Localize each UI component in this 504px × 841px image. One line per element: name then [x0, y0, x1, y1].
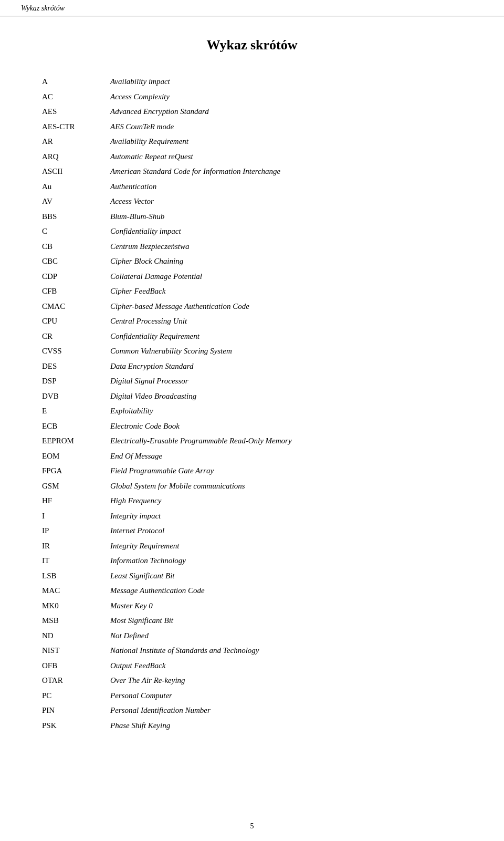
acronym-definition: Master Key 0	[110, 598, 462, 614]
acronym-definition: Digital Video Broadcasting	[110, 389, 462, 404]
acronym-definition: Field Programmable Gate Array	[110, 463, 462, 479]
header-title: Wykaz skrótów	[21, 4, 65, 13]
acronym-definition: Electrically-Erasable Programmable Read-…	[110, 433, 462, 449]
acronym-definition: Over The Air Re-keying	[110, 673, 462, 688]
list-item: HFHigh Frequency	[42, 493, 462, 508]
acronym-definition: Common Vulnerability Scoring System	[110, 344, 462, 359]
acronym-abbr: HF	[42, 493, 110, 508]
acronym-definition: Confidentiality Requirement	[110, 329, 462, 344]
list-item: EExploitability	[42, 403, 462, 419]
acronym-definition: Digital Signal Processor	[110, 373, 462, 389]
list-item: CConfidentiality impact	[42, 224, 462, 239]
acronym-definition: Least Significant Bit	[110, 568, 462, 584]
acronym-abbr: CMAC	[42, 299, 110, 314]
acronym-abbr: EEPROM	[42, 433, 110, 449]
list-item: DSPDigital Signal Processor	[42, 373, 462, 389]
acronym-definition: Access Complexity	[110, 89, 462, 105]
page-footer: 5	[0, 822, 504, 830]
acronym-definition: Integrity Requirement	[110, 538, 462, 554]
acronym-definition: Electronic Code Book	[110, 419, 462, 434]
acronym-definition: End Of Message	[110, 449, 462, 464]
acronym-abbr: I	[42, 508, 110, 524]
acronym-abbr: AES-CTR	[42, 119, 110, 134]
list-item: IIntegrity impact	[42, 508, 462, 524]
acronym-definition: Advanced Encryption Standard	[110, 104, 462, 119]
list-item: ARQAutomatic Repeat reQuest	[42, 149, 462, 164]
list-item: PCPersonal Computer	[42, 688, 462, 703]
acronym-definition: Personal Computer	[110, 688, 462, 703]
acronym-definition: Message Authentication Code	[110, 583, 462, 598]
list-item: CDPCollateral Damage Potential	[42, 269, 462, 284]
list-item: EOMEnd Of Message	[42, 449, 462, 464]
acronym-definition: Collateral Damage Potential	[110, 269, 462, 284]
acronym-definition: Exploitability	[110, 403, 462, 419]
acronym-definition: Confidentiality impact	[110, 224, 462, 239]
acronym-definition: Most Significant Bit	[110, 613, 462, 628]
acronym-definition: Availability Requirement	[110, 134, 462, 149]
list-item: CBCCipher Block Chaining	[42, 254, 462, 269]
list-item: DVBDigital Video Broadcasting	[42, 389, 462, 404]
acronym-definition: Integrity impact	[110, 508, 462, 524]
acronym-abbr: EOM	[42, 449, 110, 464]
list-item: AuAuthentication	[42, 179, 462, 194]
list-item: ACAccess Complexity	[42, 89, 462, 105]
acronym-abbr: CPU	[42, 314, 110, 329]
acronym-definition: American Standard Code for Information I…	[110, 164, 462, 179]
list-item: CPUCentral Processing Unit	[42, 314, 462, 329]
list-item: CBCentrum Bezpieczeństwa	[42, 239, 462, 254]
list-item: CRConfidentiality Requirement	[42, 329, 462, 344]
list-item: PINPersonal Identification Number	[42, 703, 462, 718]
acronym-definition: Internet Protocol	[110, 523, 462, 538]
acronym-definition: Output FeedBack	[110, 658, 462, 673]
acronym-abbr: Au	[42, 179, 110, 194]
acronym-definition: Access Vector	[110, 194, 462, 209]
list-item: OTAROver The Air Re-keying	[42, 673, 462, 688]
list-item: CFBCipher FeedBack	[42, 284, 462, 299]
acronym-abbr: CB	[42, 239, 110, 254]
acronym-abbr: OTAR	[42, 673, 110, 688]
acronym-definition: Cipher-based Message Authentication Code	[110, 299, 462, 314]
list-item: LSBLeast Significant Bit	[42, 568, 462, 584]
list-item: IPInternet Protocol	[42, 523, 462, 538]
acronym-abbr: A	[42, 74, 110, 89]
list-item: ASCIIAmerican Standard Code for Informat…	[42, 164, 462, 179]
acronym-abbr: C	[42, 224, 110, 239]
acronym-table: AAvailability impactACAccess ComplexityA…	[42, 74, 462, 733]
acronym-abbr: ASCII	[42, 164, 110, 179]
acronym-abbr: CVSS	[42, 344, 110, 359]
acronym-definition: Centrum Bezpieczeństwa	[110, 239, 462, 254]
page-header: Wykaz skrótów	[0, 0, 504, 16]
acronym-abbr: CDP	[42, 269, 110, 284]
acronym-abbr: E	[42, 403, 110, 419]
list-item: ARAvailability Requirement	[42, 134, 462, 149]
list-item: DESData Encryption Standard	[42, 359, 462, 374]
acronym-abbr: NIST	[42, 643, 110, 658]
acronym-abbr: ND	[42, 628, 110, 643]
acronym-abbr: PC	[42, 688, 110, 703]
acronym-abbr: ARQ	[42, 149, 110, 164]
acronym-definition: Global System for Mobile communications	[110, 479, 462, 494]
list-item: NISTNational Institute of Standards and …	[42, 643, 462, 658]
list-item: IRIntegrity Requirement	[42, 538, 462, 554]
acronym-abbr: AR	[42, 134, 110, 149]
list-item: NDNot Defined	[42, 628, 462, 643]
list-item: CMACCipher-based Message Authentication …	[42, 299, 462, 314]
list-item: FPGAField Programmable Gate Array	[42, 463, 462, 479]
acronym-abbr: FPGA	[42, 463, 110, 479]
acronym-abbr: AES	[42, 104, 110, 119]
acronym-abbr: CR	[42, 329, 110, 344]
acronym-definition: Cipher Block Chaining	[110, 254, 462, 269]
acronym-definition: Phase Shift Keying	[110, 718, 462, 733]
acronym-abbr: DES	[42, 359, 110, 374]
acronym-abbr: IR	[42, 538, 110, 554]
list-item: AVAccess Vector	[42, 194, 462, 209]
acronym-abbr: DVB	[42, 389, 110, 404]
acronym-definition: AES CounTeR mode	[110, 119, 462, 134]
list-item: ECBElectronic Code Book	[42, 419, 462, 434]
list-item: AAvailability impact	[42, 74, 462, 89]
page-number: 5	[250, 822, 254, 830]
acronym-definition: Personal Identification Number	[110, 703, 462, 718]
list-item: AESAdvanced Encryption Standard	[42, 104, 462, 119]
acronym-definition: Automatic Repeat reQuest	[110, 149, 462, 164]
acronym-abbr: OFB	[42, 658, 110, 673]
